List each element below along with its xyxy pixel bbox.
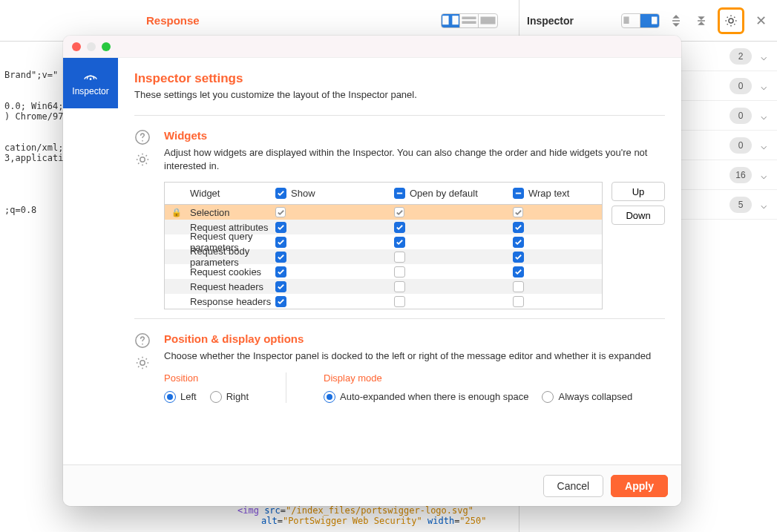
checkbox[interactable] [394,266,405,278]
widget-name: Request cookies [188,266,275,278]
checkbox[interactable] [513,296,524,307]
close-icon[interactable]: ✕ [752,12,770,30]
widgets-table[interactable]: Widget Show Open by default Wrap text 🔒S… [164,182,603,309]
checkbox[interactable] [513,266,524,278]
chevron-down-icon: ⌵ [761,80,767,92]
widget-name: Selection [188,207,275,218]
svg-rect-11 [516,193,521,194]
inspector-title: Inspector [527,15,614,27]
count-badge: 0 [730,78,752,94]
count-badge: 5 [730,197,752,213]
response-panel-title: Response [146,14,200,27]
sidebar-tab-label: Inspector [72,86,108,96]
settings-title: Inspector settings [134,71,665,86]
table-row[interactable]: Request cookies [165,264,602,279]
checkbox[interactable] [394,222,405,233]
window-close-icon[interactable] [72,42,81,51]
count-badge: 0 [730,137,752,154]
col-widget: Widget [188,188,275,199]
position-heading: Position & display options [164,332,665,345]
settings-subtitle: These settings let you customize the lay… [134,89,665,100]
checkbox[interactable] [275,237,286,248]
checkbox[interactable] [513,237,524,248]
radio-auto-expanded[interactable]: Auto-expanded when there is enough space [324,391,528,404]
svg-rect-2 [462,17,476,20]
svg-point-7 [90,78,92,80]
display-mode-label: Display mode [324,372,632,384]
sidebar-tab-inspector[interactable]: Inspector [63,58,118,108]
svg-rect-4 [481,17,496,24]
position-desc: Choose whether the Inspector panel is do… [164,349,665,363]
checkbox[interactable] [275,222,286,233]
svg-point-9 [140,157,145,162]
checkbox[interactable] [394,252,405,263]
chevron-down-icon: ⌵ [761,139,767,151]
help-icon[interactable] [134,332,151,349]
col-open: Open by default [410,188,478,199]
table-row[interactable]: Request headers [165,279,602,294]
widget-name: Response headers [188,296,275,307]
window-zoom-icon[interactable] [102,42,111,51]
radio-left[interactable]: Left [164,391,197,404]
help-icon[interactable] [134,129,151,145]
position-label: Position [164,372,249,384]
modal-sidebar: Inspector [63,58,118,464]
inspector-header: Inspector ✕ [519,0,777,41]
cancel-button[interactable]: Cancel [543,475,604,497]
svg-point-13 [140,361,145,365]
gear-icon[interactable] [134,355,151,371]
position-section: Position & display options Choose whethe… [134,332,665,403]
col-open-checkbox[interactable] [394,188,405,199]
col-wrap-checkbox[interactable] [513,188,524,199]
view-stack-icon[interactable] [460,14,479,27]
down-button[interactable]: Down [612,206,665,225]
gear-icon[interactable] [724,14,738,27]
col-show-checkbox[interactable] [275,188,286,199]
collapse-vert-icon[interactable] [692,12,710,30]
chevron-down-icon: ⌵ [761,110,767,122]
table-row[interactable]: Request body parameters [165,249,602,264]
radio-right[interactable]: Right [210,391,249,404]
checkbox[interactable] [394,281,405,292]
modal-footer: Cancel Apply [63,464,681,506]
count-badge: 16 [730,167,752,183]
checkbox[interactable] [394,237,405,248]
table-row[interactable]: 🔒Selection [165,205,602,220]
expand-vert-icon[interactable] [667,12,685,30]
svg-rect-1 [452,16,458,24]
widgets-section: Widgets Adjust how widgets are displayed… [134,129,665,309]
up-button[interactable]: Up [612,182,665,201]
checkbox[interactable] [394,296,405,307]
checkbox[interactable] [513,207,523,217]
count-badge: 2 [730,48,752,65]
response-view-toggle[interactable] [441,13,498,28]
inspector-icon [82,70,99,83]
checkbox[interactable] [394,207,404,217]
table-row[interactable]: Response headers [165,294,602,309]
checkbox[interactable] [275,281,286,292]
gear-icon[interactable] [134,151,151,168]
inspector-view-left-icon[interactable] [622,14,640,27]
checkbox[interactable] [275,252,286,263]
svg-rect-0 [442,16,448,24]
checkbox[interactable] [513,252,524,263]
apply-button[interactable]: Apply [611,475,668,497]
settings-gear-highlight [718,7,744,34]
checkbox[interactable] [275,296,286,307]
window-minimize-icon[interactable] [87,42,96,51]
svg-rect-10 [397,193,402,194]
widget-name: Request body parameters [188,246,275,268]
view-single-icon[interactable] [479,14,497,27]
checkbox[interactable] [513,222,524,233]
inspector-view-right-icon[interactable] [640,14,659,27]
radio-always-collapsed[interactable]: Always collapsed [542,391,632,404]
checkbox[interactable] [513,281,524,292]
checkbox[interactable] [275,266,286,278]
checkbox[interactable] [275,207,286,217]
window-titlebar[interactable] [63,36,681,58]
view-split-icon[interactable] [442,14,460,27]
widgets-heading: Widgets [164,129,665,142]
widget-name: Request headers [188,281,275,292]
inspector-view-toggle[interactable] [621,13,660,28]
lock-icon: 🔒 [171,208,182,217]
